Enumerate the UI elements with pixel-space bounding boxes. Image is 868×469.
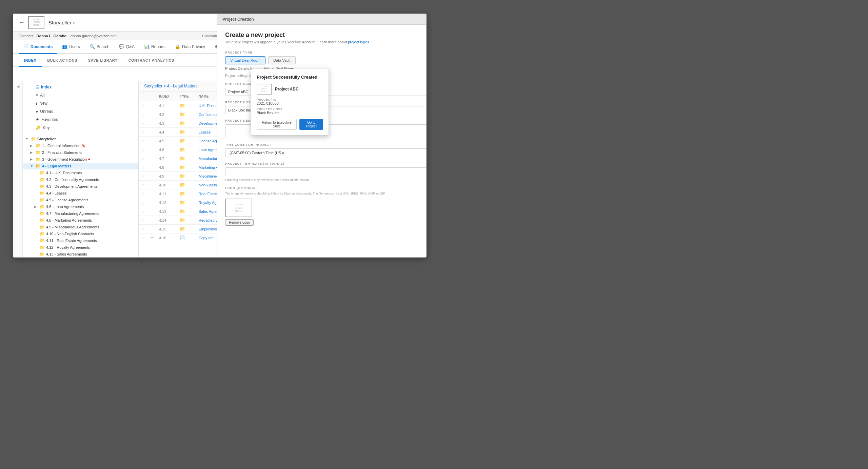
tree-item-2[interactable]: ▶ 📁 2 - Financial Statements [23, 149, 138, 156]
star-icon[interactable]: ☆ [141, 147, 145, 152]
contact-name[interactable]: Donna L. Garabo [36, 34, 66, 38]
breadcrumb-root[interactable]: Storyteller [144, 84, 162, 88]
project-type-label: PROJECT TYPE [225, 51, 427, 54]
tree-item-4-6[interactable]: ▶ 📁 4.6 - Loan Agreements [23, 203, 138, 210]
star-icon[interactable]: ☆ [141, 121, 145, 126]
folder-type-icon: 📁 [180, 174, 185, 179]
tree-item-4-3[interactable]: 📁 4.3 - Development Agreements [23, 183, 138, 190]
pdf-icon: 📄 [180, 235, 185, 240]
sidebar-collapse-button[interactable]: ◀ [17, 84, 19, 89]
star-icon[interactable]: ☆ [141, 227, 145, 231]
search-nav-icon: 🔍 [90, 40, 95, 54]
sidebar-item-new[interactable]: ℹ New [23, 99, 138, 107]
tree-item-1[interactable]: ▶ 📁 1 - General Information 🔖 [23, 142, 138, 149]
tree-item-4-11[interactable]: 📁 4.11 - Real Estate Agreements [23, 237, 138, 244]
tree-item-4-1[interactable]: 📁 4.1 - U.K. Documents [23, 169, 138, 176]
sidebar-item-favorites[interactable]: ★ Favorites [23, 116, 138, 124]
data-vault-button[interactable]: Data Vault [268, 56, 296, 64]
star-icon[interactable]: ☆ [141, 218, 145, 223]
tab-users[interactable]: 👥 Users [57, 40, 84, 54]
star-icon[interactable]: ☆ [141, 200, 145, 205]
timezone-select[interactable]: (GMT-05:00) Eastern Time (US a... [225, 148, 427, 157]
star-icon[interactable]: ☆ [141, 130, 145, 135]
success-title: Project Successfully Created [257, 75, 323, 80]
project-creation-modal: Project Creation Create a new project Yo… [217, 14, 427, 258]
tab-search[interactable]: 🔍 Search [85, 40, 114, 54]
folder-type-icon: 📁 [180, 156, 185, 161]
index-nav-icon: ☰ [36, 85, 39, 89]
template-label: PROJECT TEMPLATE (OPTIONAL) [225, 162, 427, 165]
folder-type-icon: 📁 [180, 182, 185, 187]
folder-type-icon: 📁 [180, 112, 185, 117]
contact-email[interactable]: donna.garabo@verizon.net [71, 34, 116, 38]
template-select[interactable] [225, 167, 427, 176]
star-icon[interactable]: ☆ [141, 236, 145, 240]
star-icon[interactable]: ☆ [141, 183, 145, 187]
star-icon[interactable]: ☆ [141, 191, 145, 196]
star-icon[interactable]: ☆ [141, 103, 145, 108]
tree-item-4-4[interactable]: 📁 4.4 - Leases [23, 190, 138, 197]
tab-reports[interactable]: 📊 Reports [139, 40, 170, 54]
project-types-link[interactable]: project types [348, 40, 369, 44]
subtab-contract[interactable]: CONTRACT ANALYTICS [123, 54, 180, 67]
tree-item-4[interactable]: ▼ 📂 4 - Legal Matters [23, 163, 138, 169]
modal-panel: Project Creation Create a new project Yo… [217, 14, 427, 258]
back-button[interactable]: ← [19, 19, 25, 26]
go-to-project-button[interactable]: Go to Project [299, 119, 323, 130]
contacts-label: Contacts: [19, 34, 34, 38]
tree-item-4-9[interactable]: 📁 4.9 - Miscellaneous Agreements [23, 224, 138, 230]
tree-item-3[interactable]: ▶ 📁 3 - Government Regulation ■ [23, 156, 138, 163]
tree-item-4-13[interactable]: 📁 4.13 - Sales Agreements [23, 251, 138, 258]
star-icon[interactable]: ☆ [141, 209, 145, 214]
project-success-popup: Project Successfully Created YOURLOGOHER… [251, 69, 329, 136]
sidebar-item-all[interactable]: ≡ All [23, 91, 138, 99]
tree-item-4-12[interactable]: 📁 4.12 - Royalty Agreements [23, 244, 138, 251]
project-id-row: PROJECT ID 2021-010008 [257, 98, 323, 105]
privacy-icon: 🔒 [175, 40, 180, 54]
users-icon: 👥 [62, 40, 67, 54]
sidebar-item-index[interactable]: ☰ Index [23, 83, 138, 91]
tree-item-4-2[interactable]: 📁 4.2 - Confidentiality Agreements [23, 176, 138, 183]
tree-item-4-10[interactable]: 📁 4.10 - Non-English Contracts [23, 230, 138, 237]
star-icon[interactable]: ☆ [141, 112, 145, 117]
sidebar-item-unread[interactable]: ● Unread [23, 107, 138, 116]
modal-title: Create a new project [225, 32, 427, 39]
sidebar-item-key[interactable]: 🔑 Key [23, 124, 138, 132]
breadcrumb-current[interactable]: 4 - Legal Matters [167, 84, 198, 88]
tree-item-4-8[interactable]: 📁 4.8 - Marketing Agreements [23, 217, 138, 224]
folder-type-icon: 📁 [180, 103, 185, 108]
doc-name-link[interactable]: Leases [199, 130, 211, 134]
project-id-label: PROJECT ID [257, 98, 323, 101]
tab-data-privacy[interactable]: 🔒 Data Privacy [170, 40, 210, 54]
star-icon[interactable]: ☆ [141, 156, 145, 161]
tab-qa[interactable]: 💬 Q&A [114, 40, 139, 54]
template-note: Choosing a template may overwrite some i… [225, 178, 427, 182]
tab-documents[interactable]: 📄 Documents [19, 40, 57, 54]
project-host-row: PROJECT HOST Black Box Inc [257, 107, 323, 115]
subtab-index[interactable]: INDEX [19, 54, 42, 67]
host-value: Black Box Inc [257, 111, 323, 115]
star-icon[interactable]: ☆ [141, 165, 145, 170]
tree-item-4-5[interactable]: 📁 4.5 - License Agreements [23, 197, 138, 203]
remove-logo-button[interactable]: Remove Logo [225, 219, 254, 226]
logo-section: YOURLOGOHERE Remove Logo [225, 199, 427, 226]
star-icon[interactable]: ☆ [141, 139, 145, 143]
favorites-nav-icon: ★ [36, 117, 39, 122]
project-logo-small: YOURLOGOHERE [257, 84, 272, 95]
tree-root[interactable]: ▼ 📁 Storyteller [23, 136, 138, 142]
subtab-bulk[interactable]: BULK ACTIONS [42, 54, 83, 67]
vdr-button[interactable]: Virtual Deal Room [225, 56, 265, 64]
subtab-save-library[interactable]: SAVE LIBRARY [83, 54, 123, 67]
doc-name-link[interactable]: Copy of t... [199, 236, 217, 240]
folder-type-icon: 📁 [180, 218, 185, 223]
folder-type-icon: 📁 [180, 121, 185, 126]
folder-type-icon: 📁 [180, 209, 185, 214]
host-label: PROJECT HOST [257, 107, 323, 111]
return-to-executive-suite-button[interactable]: Return to Executive Suite [257, 119, 297, 130]
tree-item-4-7[interactable]: 📁 4.7 - Manufacturing Agreements [23, 210, 138, 217]
app-logo: YOURLOGOHERE [28, 16, 44, 29]
edit-icon[interactable]: ✏ [151, 236, 154, 240]
col-index: Index [156, 91, 177, 101]
star-icon[interactable]: ☆ [141, 174, 145, 179]
logo-preview: YOURLOGOHERE [225, 199, 252, 217]
